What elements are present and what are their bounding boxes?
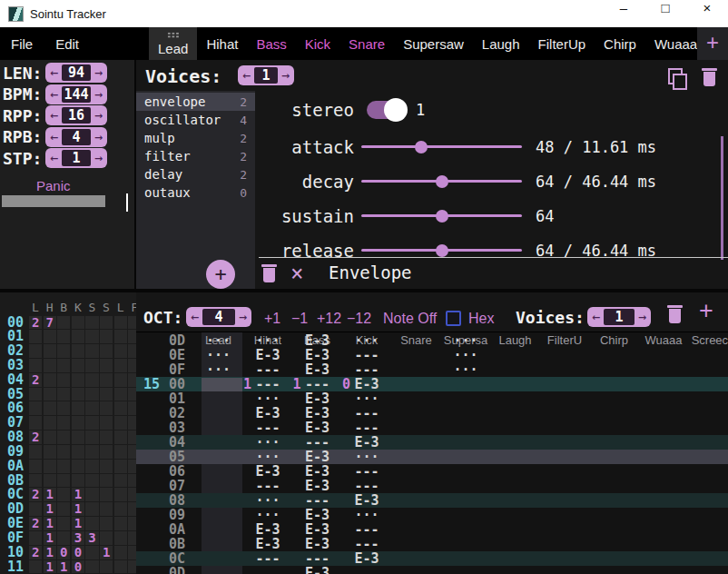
order-cell[interactable] <box>29 502 42 516</box>
order-cell[interactable] <box>29 474 42 488</box>
order-cell[interactable] <box>128 316 136 330</box>
track-voices-stepper-decrement[interactable]: ← <box>590 307 602 327</box>
note-cell[interactable]: ··· <box>342 508 391 522</box>
order-cell[interactable] <box>44 474 56 488</box>
maximize-button[interactable]: □ <box>644 0 686 27</box>
order-cell[interactable] <box>128 474 136 488</box>
menu-file[interactable]: File <box>11 36 33 52</box>
order-cell[interactable]: 3 <box>72 531 84 545</box>
order-cell[interactable] <box>85 316 98 330</box>
add-unit-button[interactable]: + <box>206 260 235 289</box>
add-instrument-button[interactable]: + <box>697 27 728 60</box>
order-cell[interactable] <box>29 445 42 459</box>
order-cell[interactable] <box>128 502 136 516</box>
order-cell[interactable] <box>128 546 136 559</box>
note-off-button[interactable]: Note Off <box>383 311 437 327</box>
order-cell[interactable] <box>72 430 84 444</box>
instrument-voices-stepper-increment[interactable]: → <box>280 65 291 85</box>
order-cell[interactable] <box>29 388 42 401</box>
note-cell[interactable]: ··· <box>194 348 243 362</box>
order-cell[interactable]: 1 <box>44 560 56 574</box>
note-cell[interactable]: ··· <box>441 333 490 348</box>
order-cell[interactable]: 1 <box>72 517 84 530</box>
order-cell[interactable]: 1 <box>44 531 56 545</box>
order-cell[interactable]: 1 <box>100 546 113 559</box>
order-cell[interactable] <box>100 401 113 415</box>
minimize-button[interactable]: – <box>603 0 644 27</box>
param-toggle-stereo[interactable] <box>367 101 405 119</box>
order-cell[interactable] <box>29 531 42 545</box>
rpb-stepper-decrement[interactable]: ← <box>48 127 60 147</box>
order-cell[interactable] <box>100 359 113 372</box>
tab-filterup[interactable]: FilterUp <box>529 27 595 60</box>
order-cell[interactable]: 1 <box>44 517 56 530</box>
order-cell[interactable] <box>85 517 98 530</box>
order-cell[interactable] <box>29 344 42 358</box>
note-cell[interactable]: --- <box>342 421 391 435</box>
note-cell[interactable]: ··· <box>342 391 391 406</box>
order-cell[interactable] <box>29 330 42 343</box>
note-cell[interactable]: ··· <box>243 508 292 522</box>
order-cell[interactable] <box>100 460 113 473</box>
order-cell[interactable] <box>128 430 136 444</box>
order-cell[interactable] <box>128 401 136 415</box>
order-cell[interactable] <box>72 330 84 343</box>
order-cell[interactable] <box>57 502 70 516</box>
order-cell[interactable]: 1 <box>72 488 84 501</box>
order-cell[interactable] <box>100 373 113 387</box>
order-cell[interactable] <box>100 344 113 358</box>
order-cell[interactable] <box>128 488 136 501</box>
copy-instrument-icon[interactable] <box>668 68 688 89</box>
order-cell[interactable] <box>100 388 113 401</box>
order-cell[interactable] <box>29 560 42 574</box>
note-cell[interactable]: --- <box>243 479 292 493</box>
order-cell[interactable] <box>114 546 127 559</box>
order-cell[interactable] <box>85 460 98 473</box>
order-cell[interactable] <box>72 474 84 488</box>
note-cell[interactable]: --- <box>293 551 342 566</box>
close-button[interactable]: × <box>686 0 728 27</box>
tab-supersaw[interactable]: Supersaw <box>394 27 473 60</box>
order-cell[interactable] <box>128 445 136 459</box>
order-cell[interactable] <box>57 388 70 401</box>
order-cell[interactable] <box>114 531 127 545</box>
unit-row-delay[interactable]: delay2 <box>136 165 255 183</box>
note-cell[interactable]: E-3 <box>293 508 342 522</box>
add-track-button[interactable]: + <box>699 297 713 325</box>
order-cell[interactable] <box>57 474 70 488</box>
order-cell[interactable] <box>85 344 98 358</box>
order-cell[interactable] <box>128 373 136 387</box>
order-cell[interactable] <box>44 416 56 430</box>
note-cell[interactable]: E-3 <box>293 421 342 435</box>
order-cell[interactable] <box>85 401 98 415</box>
order-cell[interactable] <box>114 445 127 459</box>
order-cell[interactable] <box>128 388 136 401</box>
order-cell[interactable]: 1 <box>44 502 56 516</box>
order-cell[interactable]: 2 <box>29 373 42 387</box>
note-cell[interactable]: --- <box>293 377 342 391</box>
param-slider-attack[interactable] <box>361 145 522 148</box>
edit-cursor[interactable] <box>202 378 242 391</box>
note-cell[interactable]: ··· <box>441 348 490 362</box>
order-cell[interactable] <box>85 388 98 401</box>
order-cell[interactable] <box>72 460 84 473</box>
note-cell[interactable]: E-3 <box>342 435 391 450</box>
order-cell[interactable] <box>72 373 84 387</box>
order-cell[interactable] <box>29 359 42 372</box>
rpp-stepper-decrement[interactable]: ← <box>48 105 60 125</box>
unit-row-filter[interactable]: filter2 <box>136 147 255 165</box>
order-cell[interactable] <box>114 330 127 343</box>
order-cell[interactable] <box>85 416 98 430</box>
bpm-stepper-increment[interactable]: → <box>93 84 104 104</box>
order-cell[interactable] <box>57 344 70 358</box>
stp-stepper-increment[interactable]: → <box>93 148 104 168</box>
stp-stepper-decrement[interactable]: ← <box>48 148 60 168</box>
order-cell[interactable] <box>114 344 127 358</box>
order-cell[interactable] <box>85 474 98 488</box>
note-cell[interactable]: E-3 <box>342 493 391 508</box>
order-cell[interactable]: 1 <box>57 560 70 574</box>
note-cell[interactable]: --- <box>342 479 391 493</box>
order-cell[interactable] <box>29 416 42 430</box>
order-cell[interactable] <box>100 330 113 343</box>
order-cell[interactable] <box>85 373 98 387</box>
